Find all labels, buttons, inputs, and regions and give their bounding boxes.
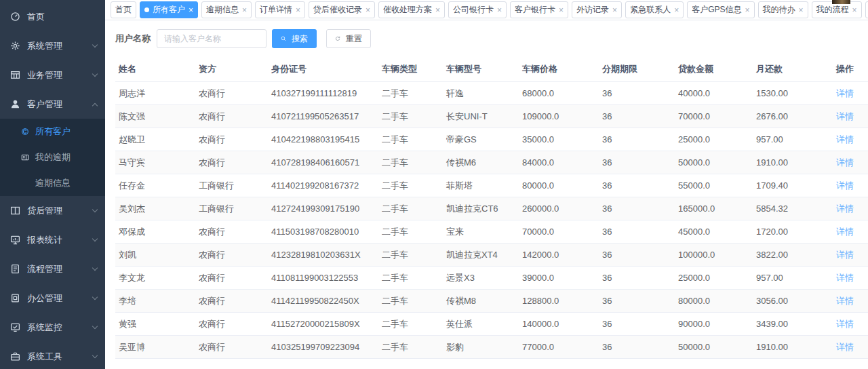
table-cell: 周志洋 (115, 82, 195, 105)
close-icon[interactable]: × (366, 6, 370, 14)
detail-link[interactable]: 详情 (836, 250, 854, 260)
table-cell-action: 详情 (833, 244, 868, 267)
close-icon[interactable]: × (497, 6, 502, 14)
table-row: 邓保成农商行411503198708280010二手车宝来70000.03645… (115, 220, 868, 244)
customer-name-input[interactable] (157, 29, 267, 48)
table-cell: 农商行 (195, 128, 268, 151)
detail-link[interactable]: 详情 (836, 134, 854, 144)
chevron-down-icon (92, 207, 98, 212)
table-cell: 刘凯 (115, 244, 195, 267)
sidebar-item-system-tools[interactable]: 系统工具 (0, 342, 105, 369)
close-icon[interactable]: × (612, 6, 617, 14)
sidebar-item-customer-mgmt[interactable]: 客户管理 (0, 90, 105, 119)
sidebar-item-system-mgmt[interactable]: 系统管理 (0, 31, 105, 60)
tab-my-todo[interactable]: 我的待办× (758, 1, 808, 18)
detail-link[interactable]: 详情 (836, 88, 854, 98)
table-cell: 25000.0 (675, 267, 753, 290)
avatar[interactable] (832, 0, 850, 4)
table-cell: 二手车 (378, 267, 443, 290)
tab-collection-plan[interactable]: 催收处理方案× (378, 1, 445, 18)
column-header: 月还款 (753, 57, 833, 82)
tab-all-customers[interactable]: 所有客户× (140, 1, 198, 18)
table-cell: 411402199208167372 (268, 174, 378, 197)
table-row: 吴刘杰工商银行412724199309175190二手车凯迪拉克CT626000… (115, 197, 868, 220)
table-header: 姓名资方身份证号车辆类型车辆型号车辆价格分期期限贷款金额月还款操作 (115, 57, 868, 82)
sidebar-item-office-mgmt[interactable]: 办公管理 (0, 284, 105, 313)
table-cell: 二手车 (378, 151, 443, 174)
close-icon[interactable]: × (852, 6, 857, 14)
sidebar-item-home[interactable]: 首页 (0, 2, 105, 31)
table-cell: 410721199505263517 (268, 105, 378, 128)
sidebar-item-my-overdue[interactable]: 我的逾期 (0, 144, 105, 170)
search-icon (281, 35, 289, 43)
sidebar-item-system-monitor[interactable]: 系统监控 (0, 313, 105, 342)
table-cell: 农商行 (195, 105, 268, 128)
sidebar-item-label: 首页 (27, 11, 45, 23)
sidebar-item-postloan-mgmt[interactable]: 贷后管理 (0, 196, 105, 225)
table-cell: 吴刘杰 (115, 197, 195, 220)
tab-customer-gps[interactable]: 客户GPS信息× (687, 1, 754, 18)
close-icon[interactable]: × (674, 6, 679, 14)
table-cell (268, 359, 378, 369)
table-cell-action: 详情 (833, 105, 868, 128)
table-cell: 吴亚博 (115, 336, 195, 359)
tab-customer-bank-card[interactable]: 客户银行卡× (510, 1, 568, 18)
detail-link[interactable]: 详情 (836, 227, 854, 237)
table-cell: 传祺M8 (443, 290, 519, 313)
table-cell: 41142119950822450X (268, 290, 378, 313)
close-icon[interactable]: × (189, 6, 193, 14)
table-cell: 36 (599, 220, 675, 244)
sidebar-item-all-customers[interactable]: 所有客户 (0, 119, 105, 144)
tab-visit-record[interactable]: 外访记录× (572, 1, 622, 18)
detail-link[interactable]: 详情 (836, 342, 854, 352)
search-button[interactable]: 搜索 (272, 29, 317, 48)
reset-button[interactable]: 重置 (326, 29, 371, 48)
table-cell: 55000.0 (675, 174, 753, 197)
tab-order-detail[interactable]: 订单详情× (255, 1, 305, 18)
column-header: 贷款金额 (675, 57, 753, 82)
chevron-down-icon (92, 236, 98, 241)
close-icon[interactable]: × (435, 6, 440, 14)
sidebar-item-flow-mgmt[interactable]: 流程管理 (0, 254, 105, 284)
close-icon[interactable]: × (242, 6, 247, 14)
tab-overdue-info[interactable]: 逾期信息× (201, 1, 252, 18)
tab-postloan-collection-record[interactable]: 贷后催收记录× (309, 1, 375, 18)
table-cell: 邓保成 (115, 220, 195, 244)
table-cell-action: 详情 (833, 82, 868, 105)
tab-sign-task[interactable]: 代签任务× (865, 1, 868, 18)
sidebar-item-business-mgmt[interactable]: 业务管理 (0, 60, 105, 90)
table-cell: 412724199309175190 (268, 197, 378, 220)
toolbox-icon (9, 351, 20, 362)
table-cell: 41232819810203631X (268, 244, 378, 267)
table-cell: 二手车 (378, 174, 443, 197)
sidebar-item-overdue-info[interactable]: 逾期信息 (0, 170, 105, 196)
close-icon[interactable]: × (559, 6, 564, 14)
table-cell: 黄强 (115, 313, 195, 336)
tab-company-bank-card[interactable]: 公司银行卡× (448, 1, 507, 18)
detail-link[interactable]: 详情 (836, 180, 854, 191)
table-cell-action: 详情 (833, 220, 868, 244)
clipboard-icon (9, 293, 20, 304)
close-icon[interactable]: × (296, 6, 300, 14)
sidebar-item-label: 办公管理 (27, 292, 62, 305)
detail-link[interactable]: 详情 (836, 319, 854, 329)
sidebar-item-report-stats[interactable]: 报表统计 (0, 225, 105, 254)
tab-emergency-contact[interactable]: 紧急联系人× (625, 1, 684, 18)
table-row: 马守宾农商行410728198406160571二手车传祺M684000.036… (115, 151, 868, 174)
close-icon[interactable]: × (745, 6, 749, 14)
table-cell: 957.00 (753, 128, 833, 151)
close-icon[interactable]: × (799, 6, 804, 14)
detail-link[interactable]: 详情 (836, 111, 854, 121)
tab-home[interactable]: 首页 (111, 1, 136, 18)
sidebar-item-label: 系统工具 (27, 351, 62, 363)
sidebar-menu: 首页系统管理业务管理客户管理所有客户我的逾期逾期信息贷后管理报表统计流程管理办公… (0, 2, 105, 369)
detail-link[interactable]: 详情 (836, 203, 854, 214)
table-cell: 410422198803195415 (268, 128, 378, 151)
table-cell: 50000.0 (675, 151, 753, 174)
table-row: 李培农商行41142119950822450X二手车传祺M8128800.036… (115, 290, 868, 313)
table-cell-action: 详情 (833, 313, 868, 336)
tab-label: 所有客户 (153, 4, 185, 16)
detail-link[interactable]: 详情 (836, 273, 854, 283)
detail-link[interactable]: 详情 (836, 157, 854, 168)
detail-link[interactable]: 详情 (836, 296, 854, 306)
